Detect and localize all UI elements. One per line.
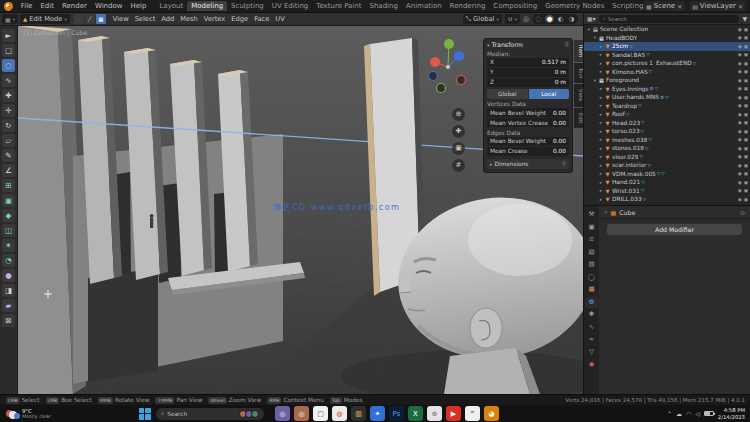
viewport-menu-face[interactable]: Face: [251, 15, 272, 23]
median-y-field[interactable]: Y0 m: [487, 68, 569, 77]
hide-eye-icon[interactable]: ◉: [738, 27, 742, 32]
render-camera-icon[interactable]: ▣: [744, 78, 748, 83]
tray-chevron-up-icon[interactable]: ⌃: [667, 410, 672, 417]
workspace-tab-sculpting[interactable]: Sculpting: [227, 1, 268, 11]
tab-view-layer[interactable]: ▤: [585, 247, 598, 259]
panel-collapse-icon[interactable]: ▾: [487, 42, 490, 48]
navigation-gizmo[interactable]: [427, 36, 469, 100]
viewport-3d[interactable]: (1) Collection | Cube 博艺CG www.qdxxfb.co…: [18, 26, 583, 394]
rendered-shading-icon[interactable]: ◑: [567, 15, 576, 23]
local-button[interactable]: Local: [529, 89, 570, 99]
tool-extrude[interactable]: ⊞: [2, 179, 15, 192]
hide-eye-icon[interactable]: ◉: [738, 180, 742, 185]
hide-eye-icon[interactable]: ◉: [738, 61, 742, 66]
outliner-row[interactable]: ▸▼Kimono.HAS▽◉▣: [584, 68, 750, 77]
editor-type-button[interactable]: ▦▾: [2, 14, 18, 24]
tool-edge-slide[interactable]: ◨: [2, 284, 15, 297]
hide-eye-icon[interactable]: ◉: [738, 171, 742, 176]
tool-rotate[interactable]: ↻: [2, 119, 15, 132]
solid-shading-icon[interactable]: ●: [545, 15, 554, 23]
render-camera-icon[interactable]: ▣: [744, 129, 748, 134]
taskbar-app-teams-avatar-2[interactable]: ◎: [294, 406, 309, 421]
pin-icon[interactable]: ⊙: [740, 209, 745, 216]
render-camera-icon[interactable]: ▣: [744, 35, 748, 40]
slider-mean-crease[interactable]: Mean Crease0.00: [487, 147, 569, 156]
menu-render[interactable]: Render: [58, 2, 91, 10]
hide-eye-icon[interactable]: ◉: [738, 163, 742, 168]
tab-object-data[interactable]: ▽: [585, 347, 598, 359]
scene-clear-icon[interactable]: ✕: [677, 3, 682, 10]
properties-search-icon[interactable]: ⌕: [604, 208, 608, 216]
render-camera-icon[interactable]: ▣: [744, 69, 748, 74]
taskbar-app-teams-avatar-1[interactable]: ◎: [275, 406, 290, 421]
taskbar-app-whiteboard[interactable]: ▢: [313, 406, 328, 421]
mode-dropdown[interactable]: ▲ Edit Mode ▾: [20, 14, 70, 24]
outliner-search-input[interactable]: ⌕ Search: [599, 15, 740, 23]
outliner-row[interactable]: ▸▼Sandal.BAS▽◉▣: [584, 51, 750, 60]
outliner-display-mode-icon[interactable]: ▦▾: [587, 15, 596, 22]
render-camera-icon[interactable]: ▣: [744, 137, 748, 142]
workspace-tab-layout[interactable]: Layout: [155, 1, 187, 11]
outliner-row[interactable]: ▸▼Head.023▽◉▣: [584, 119, 750, 128]
taskbar-app-app-blue[interactable]: ✦: [370, 406, 385, 421]
menu-window[interactable]: Window: [91, 2, 127, 10]
workspace-tab-rendering[interactable]: Rendering: [446, 1, 490, 11]
viewport-menu-view[interactable]: View: [110, 15, 132, 23]
hide-eye-icon[interactable]: ◉: [738, 154, 742, 159]
tray-volume-icon[interactable]: ◁: [695, 410, 700, 417]
hide-eye-icon[interactable]: ◉: [738, 103, 742, 108]
clock[interactable]: 4:58 PM 2/14/2023: [718, 407, 745, 420]
workspace-tab-shading[interactable]: Shading: [365, 1, 401, 11]
edge-select-button[interactable]: ╱: [85, 14, 95, 24]
viewport-menu-uv[interactable]: UV: [272, 15, 287, 23]
proportional-editing-icon[interactable]: ◎: [523, 15, 529, 23]
viewport-menu-mesh[interactable]: Mesh: [177, 15, 201, 23]
face-select-button[interactable]: ▦: [96, 14, 106, 24]
vertex-select-button[interactable]: ·: [74, 14, 84, 24]
slider-mean-vertex-crease[interactable]: Mean Vertex Crease0.00: [487, 118, 569, 127]
outliner-row[interactable]: ▸▼meshes.038▽◉▣: [584, 136, 750, 145]
global-button[interactable]: Global: [487, 89, 528, 99]
dimensions-panel[interactable]: ▸ Dimensions ⠿: [487, 159, 569, 169]
render-camera-icon[interactable]: ▣: [744, 171, 748, 176]
camera-view-icon[interactable]: ▣: [452, 142, 465, 155]
hide-eye-icon[interactable]: ◉: [738, 137, 742, 142]
perspective-toggle-icon[interactable]: #: [452, 159, 465, 172]
workspace-tab-scripting[interactable]: Scripting: [608, 1, 643, 11]
taskbar-app-settings-gray[interactable]: ⊕: [427, 406, 442, 421]
tab-particles[interactable]: ✱: [585, 309, 598, 321]
tool-poly-build[interactable]: ✶: [2, 239, 15, 252]
hide-eye-icon[interactable]: ◉: [738, 44, 742, 49]
tool-select-lasso[interactable]: ∿: [2, 74, 15, 87]
sidebar-tab-edit[interactable]: Edit: [574, 108, 583, 128]
hide-eye-icon[interactable]: ◉: [738, 35, 742, 40]
outliner-row[interactable]: ▸▼Roof▽◉▣: [584, 110, 750, 119]
outliner-row[interactable]: ▾▦Foreground◉▣: [584, 76, 750, 85]
outliner-row[interactable]: ▸▼User.hands.MNS⚙▽◉▣: [584, 93, 750, 102]
tool-shear[interactable]: ▰: [2, 299, 15, 312]
outliner-row[interactable]: ▸▼Eyes.Innings⚙▽◉▣: [584, 85, 750, 94]
tool-annotate[interactable]: ✎: [2, 149, 15, 162]
render-camera-icon[interactable]: ▣: [744, 180, 748, 185]
menu-help[interactable]: Help: [126, 2, 150, 10]
wireframe-shading-icon[interactable]: ◌: [534, 15, 543, 23]
render-camera-icon[interactable]: ▣: [744, 27, 748, 32]
tab-material[interactable]: ◉: [585, 359, 598, 371]
outliner-row[interactable]: ▸▼visor.029▽◉▣: [584, 153, 750, 162]
taskbar-app-blender[interactable]: ◕: [484, 406, 499, 421]
tab-output[interactable]: ≡: [585, 234, 598, 246]
slider-mean-bevel-weight[interactable]: Mean Bevel Weight0.00: [487, 108, 569, 117]
render-camera-icon[interactable]: ▣: [744, 52, 748, 57]
hide-eye-icon[interactable]: ◉: [738, 146, 742, 151]
taskbar-app-chrome[interactable]: ◍: [332, 406, 347, 421]
tool-cursor[interactable]: ✚: [2, 89, 15, 102]
material-shading-icon[interactable]: ◐: [556, 15, 565, 23]
outliner-row[interactable]: ▸▼Hand.021▽◉▣: [584, 178, 750, 187]
hide-eye-icon[interactable]: ◉: [738, 120, 742, 125]
tool-measure[interactable]: ∠: [2, 164, 15, 177]
taskbar-app-excel[interactable]: X: [408, 406, 423, 421]
render-camera-icon[interactable]: ▣: [744, 163, 748, 168]
tray-wifi-icon[interactable]: ◠: [686, 410, 691, 417]
render-camera-icon[interactable]: ▣: [744, 146, 748, 151]
blender-logo-icon[interactable]: [4, 2, 13, 11]
